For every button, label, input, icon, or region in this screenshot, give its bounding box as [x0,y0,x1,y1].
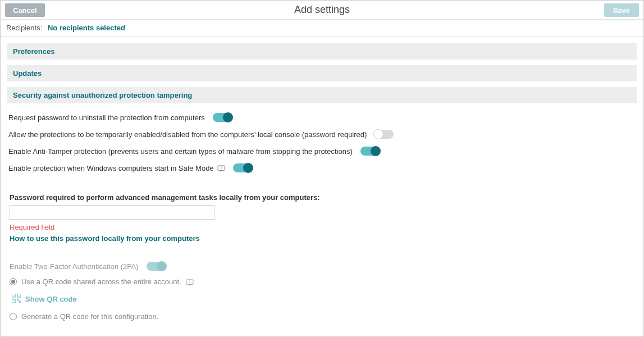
security-body: Request password to uninstall the protec… [7,103,637,325]
svg-rect-9 [17,299,19,301]
svg-rect-7 [17,294,21,297]
svg-rect-4 [189,284,190,285]
radio-config-qr[interactable]: Generate a QR code for this configuratio… [10,308,634,325]
svg-rect-8 [12,299,15,303]
page-title: Add settings [1,4,643,16]
show-qr-label: Show QR code [25,295,77,303]
toggle-safe-mode[interactable] [233,163,252,172]
recipients-bar: Recipients: No recipients selected [1,20,643,37]
opt-request-password-uninstall: Request password to uninstall the protec… [8,109,636,126]
info-icon[interactable]: i [186,277,194,286]
qr-icon [12,294,21,304]
svg-rect-10 [19,301,21,303]
info-icon[interactable]: i [217,164,225,172]
svg-rect-6 [12,294,15,297]
opt-label: Request password to uninstall the protec… [8,113,205,122]
section-preferences[interactable]: Preferences [7,43,637,60]
recipients-value[interactable]: No recipients selected [48,24,125,32]
section-security[interactable]: Security against unauthorized protection… [7,87,637,103]
toggle-allow-temp-disable[interactable] [374,130,394,139]
radio-icon[interactable] [10,278,17,285]
opt-label: Enable Anti-Tamper protection (prevents … [8,147,353,156]
section-updates[interactable]: Updates [7,65,637,81]
svg-text:i: i [189,280,190,284]
opt-label: Allow the protections to be temporarily … [8,130,367,139]
toggle-request-password-uninstall[interactable] [213,113,232,122]
radio-shared-qr[interactable]: Use a QR code shared across the entire a… [10,273,634,290]
opt-anti-tamper: Enable Anti-Tamper protection (prevents … [8,143,636,160]
opt-allow-temp-disable: Allow the protections to be temporarily … [8,126,636,143]
svg-rect-1 [220,170,222,171]
password-help-link[interactable]: How to use this password locally from yo… [10,234,634,243]
radio-label: Generate a QR code for this configuratio… [21,312,158,321]
radio-icon[interactable] [10,313,17,320]
opt-label: Enable protection when Windows computers… [8,164,214,172]
header: Cancel Add settings Save [1,1,643,20]
password-input[interactable] [10,205,214,220]
required-field-msg: Required field [10,223,634,231]
opt-safe-mode: Enable protection when Windows computers… [8,160,636,176]
twofa-section: Enable Two-Factor Authentication (2FA) U… [8,243,636,325]
opt-label: Enable Two-Factor Authentication (2FA) [10,262,139,271]
password-section: Password required to perform advanced ma… [8,176,636,243]
show-qr-button[interactable]: Show QR code [10,290,634,308]
password-label: Password required to perform advanced ma… [10,193,634,202]
toggle-twofa[interactable] [147,262,166,271]
save-button[interactable]: Save [604,3,639,17]
svg-text:i: i [221,166,222,170]
opt-twofa: Enable Two-Factor Authentication (2FA) [10,259,634,273]
toggle-anti-tamper[interactable] [360,147,380,156]
recipients-label: Recipients: [6,24,42,32]
radio-label: Use a QR code shared across the entire a… [21,277,181,286]
